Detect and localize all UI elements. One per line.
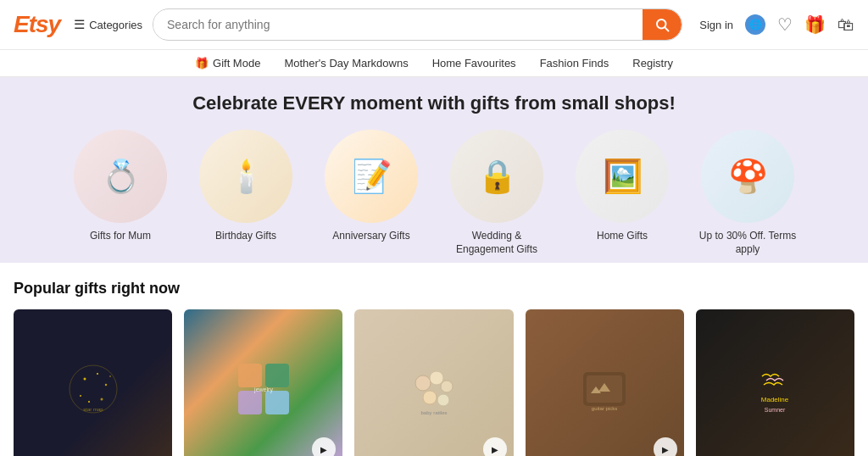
play-button-2[interactable]: ▶	[483, 437, 507, 456]
etsy-logo[interactable]: Etsy	[14, 11, 60, 38]
products-grid: star map Custom star map by date, Star m…	[14, 309, 854, 456]
home-gifts-image: 🖼️	[576, 130, 669, 223]
hero-title-highlight: EVERY	[283, 92, 345, 114]
play-button-1[interactable]: ▶	[312, 437, 336, 456]
header: Etsy ☰ Categories Sign in 🌐 ♡ 🎁 🛍	[0, 0, 868, 50]
gifts-for-mum-image: 💍	[74, 130, 167, 223]
svg-point-7	[100, 398, 103, 400]
home-gifts-label: Home Gifts	[597, 230, 648, 243]
wishlist-icon[interactable]: ♡	[777, 14, 793, 35]
category-birthday-gifts[interactable]: 🕯️ Birthday Gifts	[195, 130, 297, 256]
svg-point-4	[97, 373, 98, 375]
nav-item-registry[interactable]: Registry	[632, 57, 673, 70]
category-gifts-for-mum[interactable]: 💍 Gifts for Mum	[70, 130, 171, 256]
svg-rect-12	[265, 364, 289, 387]
play-button-3[interactable]: ▶	[654, 437, 677, 456]
svg-text:jewelry: jewelry	[253, 386, 273, 393]
product-card-4[interactable]: Madeline Sumner Custom Name Necklace, 18…	[696, 309, 854, 456]
discount-image: 🍄	[701, 130, 794, 223]
svg-point-6	[80, 395, 81, 397]
discount-label: Up to 30% Off. Terms apply	[697, 230, 798, 256]
anniversary-gifts-image: 📝	[325, 130, 418, 223]
product-card-3[interactable]: guitar picks ▶ Custom Wooden Guitar Pick…	[526, 309, 684, 456]
birthday-gifts-image: 🕯️	[199, 130, 292, 223]
hero-title-prefix: Celebrate	[192, 92, 282, 114]
svg-point-19	[423, 391, 437, 404]
wedding-gifts-image: 🔒	[450, 130, 543, 223]
hero-title: Celebrate EVERY moment with gifts from s…	[17, 92, 851, 114]
svg-point-2	[70, 365, 117, 413]
categories-label: Categories	[89, 19, 142, 31]
search-bar	[153, 8, 682, 41]
category-discount[interactable]: 🍄 Up to 30% Off. Terms apply	[697, 130, 798, 256]
nav-label-home-fav: Home Favourites	[432, 57, 516, 70]
search-input[interactable]	[153, 10, 643, 39]
sign-in-link[interactable]: Sign in	[699, 19, 733, 31]
product-thumb-1: jewelry ▶	[184, 309, 342, 456]
svg-point-8	[88, 401, 90, 403]
category-home-gifts[interactable]: 🖼️ Home Gifts	[571, 130, 673, 256]
products-section: Popular gifts right now star map	[0, 263, 868, 456]
product-card-2[interactable]: baby rattles ▶ Personalized Animal Baby …	[354, 309, 513, 456]
wedding-gifts-label: Wedding & Engagement Gifts	[446, 230, 548, 256]
category-wedding-gifts[interactable]: 🔒 Wedding & Engagement Gifts	[446, 130, 548, 256]
svg-point-5	[104, 384, 106, 386]
product-card-1[interactable]: jewelry ▶ Engraved Birth Flower jeweller…	[184, 309, 342, 456]
cart-icon[interactable]: 🛍	[837, 15, 854, 35]
product-thumb-4: Madeline Sumner	[696, 309, 854, 456]
nav-item-gift-mode[interactable]: 🎁 Gift Mode	[195, 57, 260, 70]
hamburger-icon: ☰	[74, 17, 85, 32]
nav-label-fashion: Fashion Finds	[540, 57, 609, 70]
svg-point-20	[437, 394, 449, 406]
svg-point-16	[415, 375, 431, 391]
search-icon	[654, 17, 670, 32]
header-right: Sign in 🌐 ♡ 🎁 🛍	[699, 14, 854, 35]
svg-text:Sumner: Sumner	[765, 407, 786, 413]
section-title: Popular gifts right now	[14, 280, 854, 298]
svg-text:guitar picks: guitar picks	[592, 406, 617, 411]
product-card-0[interactable]: star map Custom star map by date, Star m…	[14, 309, 172, 456]
svg-line-1	[665, 27, 669, 31]
anniversary-gifts-label: Anniversary Gifts	[332, 230, 409, 243]
nav-label-gift-mode: Gift Mode	[213, 57, 260, 70]
nav-bar: 🎁 Gift Mode Mother's Day Markdowns Home …	[0, 50, 868, 77]
product-thumb-2: baby rattles ▶	[354, 309, 513, 456]
svg-rect-11	[238, 364, 262, 387]
product-thumb-0: star map	[14, 309, 172, 456]
hero-banner: Celebrate EVERY moment with gifts from s…	[0, 77, 868, 263]
svg-point-9	[109, 375, 111, 377]
gifts-for-mum-label: Gifts for Mum	[90, 230, 151, 243]
svg-text:Madeline: Madeline	[761, 396, 789, 403]
svg-rect-14	[265, 391, 289, 414]
svg-rect-13	[238, 391, 262, 414]
svg-point-17	[430, 371, 443, 385]
search-button[interactable]	[643, 9, 682, 40]
svg-point-18	[441, 381, 453, 392]
nav-item-fashion[interactable]: Fashion Finds	[540, 57, 609, 70]
categories-button[interactable]: ☰ Categories	[74, 17, 142, 32]
birthday-gifts-label: Birthday Gifts	[215, 230, 276, 243]
gift-mode-icon: 🎁	[195, 57, 209, 70]
nav-label-mothers-day: Mother's Day Markdowns	[284, 57, 408, 70]
category-circles: 💍 Gifts for Mum 🕯️ Birthday Gifts 📝 Anni…	[17, 130, 851, 256]
svg-text:star map: star map	[83, 407, 103, 412]
category-anniversary-gifts[interactable]: 📝 Anniversary Gifts	[320, 130, 422, 256]
nav-item-home-fav[interactable]: Home Favourites	[432, 57, 516, 70]
locale-icon[interactable]: 🌐	[745, 14, 765, 35]
nav-label-registry: Registry	[632, 57, 673, 70]
product-thumb-3: guitar picks ▶	[526, 309, 684, 456]
nav-item-mothers-day[interactable]: Mother's Day Markdowns	[284, 57, 408, 70]
hero-title-suffix: moment with gifts from small shops!	[345, 92, 676, 114]
svg-text:baby rattles: baby rattles	[420, 410, 447, 415]
gift-icon[interactable]: 🎁	[804, 14, 826, 35]
svg-point-3	[83, 377, 86, 380]
